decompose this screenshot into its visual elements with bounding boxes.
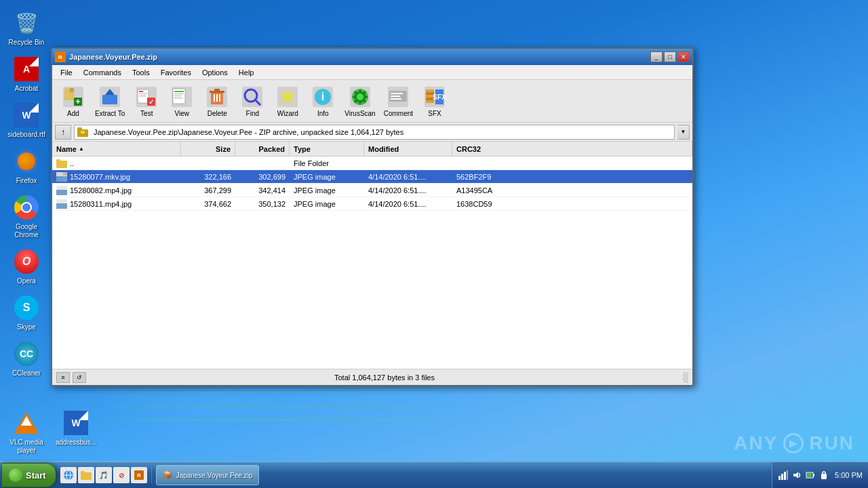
address-dropdown[interactable]: ▼ [677, 125, 690, 140]
tray-network-icon[interactable] [778, 470, 789, 481]
tray-battery-icon[interactable] [805, 470, 816, 481]
winrar-app-icon: R [55, 52, 66, 62]
vlc-label: VLC media player [6, 439, 47, 455]
menu-options[interactable]: Options [197, 67, 233, 78]
info-button[interactable]: i Info [306, 83, 340, 119]
desktop-icon-skype[interactable]: S Skype [3, 291, 50, 334]
col-header-name[interactable]: Name ▲ [52, 142, 181, 156]
col-header-type[interactable]: Type [290, 142, 364, 156]
table-row[interactable]: .. File Folder [52, 157, 692, 170]
sfx-button[interactable]: SFX SFX [418, 83, 452, 119]
col-header-size[interactable]: Size [181, 142, 235, 156]
skype-label: Skype [17, 323, 36, 331]
file-size-cell: 322,166 [181, 173, 235, 181]
acrobat-label: Acrobat [15, 85, 38, 93]
folder-icon [56, 158, 67, 169]
file-rows: .. File Folder [52, 157, 692, 211]
column-headers: Name ▲ Size Packed Type Modified [52, 142, 692, 157]
address-doc-label: addressbus... [56, 439, 96, 447]
find-button[interactable]: Find [235, 83, 269, 119]
menu-commands[interactable]: Commands [78, 67, 127, 78]
menu-file[interactable]: File [55, 67, 78, 78]
taskbar-task-label: Japanese.Voyeur.Pee.zip [176, 472, 253, 479]
quick-launch-winrar-small[interactable]: R [131, 467, 147, 483]
comment-icon [386, 85, 410, 109]
word-doc-icon: W [13, 102, 40, 129]
desktop-icon-acrobat[interactable]: A Acrobat [3, 53, 50, 96]
desktop-icon-address[interactable]: W addressbus... [53, 407, 99, 458]
status-text: Total 1,064,127 bytes in 3 files [334, 373, 435, 382]
ccleaner-icon: CC [13, 340, 40, 367]
file-name-cell: .. [52, 158, 181, 169]
quick-launch-folder[interactable] [78, 467, 94, 483]
quick-launch-media[interactable]: 🎵 [96, 467, 112, 483]
table-row[interactable]: 15280077.mkv.jpg 322,166 302,699 JPEG im… [52, 170, 692, 184]
bottom-desktop-icons: VLC media player W addressbus... [3, 407, 99, 458]
file-crc32-cell: 1638CD59 [452, 200, 692, 208]
view-button[interactable]: View [165, 83, 199, 119]
table-row[interactable]: 15280082.mp4.jpg 367,299 342,414 JPEG im… [52, 184, 692, 197]
start-label: Start [26, 470, 46, 481]
jpeg-icon [56, 199, 67, 209]
up-button[interactable]: ↑ [55, 125, 71, 140]
svg-rect-78 [787, 470, 788, 480]
col-header-modified[interactable]: Modified [364, 142, 452, 156]
status-btn2[interactable]: ↺ [73, 372, 86, 383]
desktop-icon-vlc[interactable]: VLC media player [3, 407, 50, 458]
svg-rect-76 [781, 474, 783, 480]
table-row[interactable]: 15280311.mp4.jpg 374,662 350,132 JPEG im… [52, 197, 692, 211]
svg-rect-8 [102, 95, 117, 104]
start-button[interactable]: Start [1, 463, 56, 487]
recycle-bin-icon: 🗑️ [13, 9, 40, 37]
status-btn1[interactable]: ≡ [56, 372, 70, 383]
desktop-icon-word-doc[interactable]: W sideboard.rtf [3, 99, 50, 142]
resize-grip-icon [683, 372, 688, 383]
menu-help[interactable]: Help [233, 67, 260, 78]
quick-launch-ie[interactable] [60, 467, 77, 483]
desktop-icon-opera[interactable]: O Opera [3, 245, 50, 288]
menu-tools[interactable]: Tools [127, 67, 155, 78]
view-icon [170, 85, 194, 109]
menu-favorites[interactable]: Favorites [155, 67, 197, 78]
minimize-button[interactable]: _ [650, 52, 663, 62]
file-modified-cell: 4/14/2020 6:51.... [364, 173, 452, 181]
anyrun-play-icon: ▶ [783, 433, 804, 453]
toolbar: + Add Extract To [52, 80, 692, 123]
svg-text:i: i [321, 91, 324, 102]
skype-icon: S [13, 294, 40, 321]
taskbar-task-winrar[interactable]: 📦 Japanese.Voyeur.Pee.zip [156, 465, 259, 485]
address-bar: ↑ ▼ [52, 123, 692, 142]
tray-security-icon[interactable] [818, 470, 829, 481]
address-input[interactable] [91, 125, 674, 139]
col-header-crc32[interactable]: CRC32 [452, 142, 692, 156]
wizard-button[interactable]: Wizard [271, 83, 304, 119]
file-name-cell: 15280082.mp4.jpg [52, 185, 181, 196]
test-button[interactable]: ✓ Test [130, 83, 163, 119]
svg-rect-83 [821, 474, 827, 479]
file-list: Name ▲ Size Packed Type Modified [52, 142, 692, 369]
svg-text:R: R [58, 54, 62, 60]
svg-rect-65 [56, 190, 67, 195]
desktop-icon-chrome[interactable]: Google Chrome [3, 191, 50, 242]
svg-rect-46 [391, 98, 401, 100]
col-header-packed[interactable]: Packed [235, 142, 290, 156]
virusscan-button[interactable]: VirusScan [341, 83, 378, 119]
svg-rect-82 [813, 474, 814, 476]
svg-rect-62 [63, 172, 67, 176]
add-button[interactable]: + Add [56, 83, 90, 119]
restore-button[interactable]: □ [664, 52, 676, 62]
desktop-icon-ccleaner[interactable]: CC CCleaner [3, 338, 50, 380]
menu-bar: File Commands Tools Favorites Options He… [52, 65, 692, 80]
find-icon [240, 85, 264, 109]
winrar-window: R Japanese.Voyeur.Pee.zip _ □ ✕ File Com… [51, 47, 694, 386]
extract-to-button[interactable]: Extract To [92, 83, 128, 119]
chrome-label: Google Chrome [6, 223, 47, 239]
close-button[interactable]: ✕ [677, 52, 690, 62]
desktop-icon-firefox[interactable]: Firefox [3, 145, 50, 188]
tray-volume-icon[interactable] [791, 470, 802, 481]
svg-rect-72 [81, 471, 85, 473]
delete-button[interactable]: Delete [200, 83, 234, 119]
desktop-icon-recycle[interactable]: 🗑️ Recycle Bin [3, 7, 50, 49]
quick-launch-stop[interactable]: ⊘ [113, 467, 130, 483]
comment-button[interactable]: Comment [380, 83, 416, 119]
